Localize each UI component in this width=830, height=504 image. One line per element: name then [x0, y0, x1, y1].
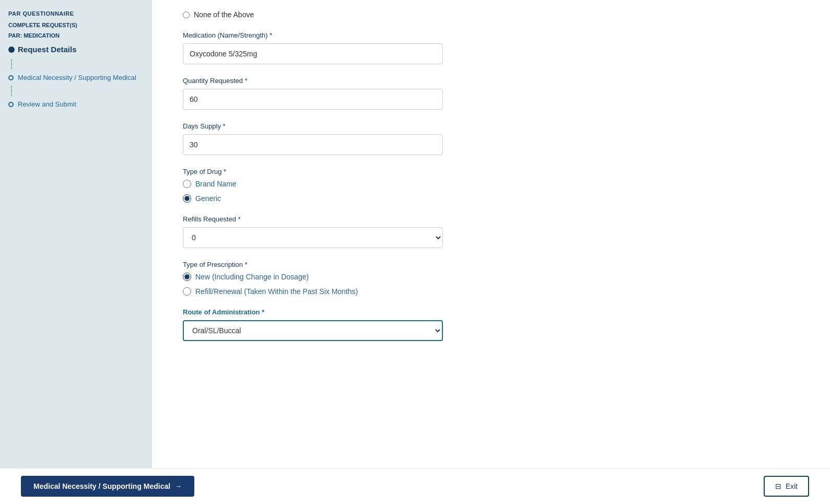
refill-prescription-option: Refill/Renewal (Taken Within the Past Si… [183, 287, 799, 296]
exit-label: Exit [786, 482, 798, 490]
sidebar-item-medical-necessity[interactable]: Medical Necessity / Supporting Medical [8, 73, 143, 83]
sidebar-par-medication: PAR: MEDICATION [8, 32, 143, 39]
generic-radio[interactable] [183, 194, 191, 203]
sidebar-dashed-line-2 [11, 86, 143, 96]
brand-name-radio[interactable] [183, 180, 191, 188]
new-prescription-option: New (Including Change in Dosage) [183, 273, 799, 281]
medication-label: Medication (Name/Strength) * [183, 31, 799, 39]
quantity-field-group: Quantity Requested * [183, 77, 799, 110]
content-area: None of the Above Medication (Name/Stren… [151, 0, 830, 468]
new-prescription-radio[interactable] [183, 273, 191, 281]
medication-input[interactable] [183, 43, 443, 64]
circle-icon-medical [8, 75, 14, 80]
sidebar-request-details: Request Details [8, 45, 143, 54]
exit-icon: ⊟ [775, 482, 781, 490]
generic-option: Generic [183, 194, 799, 203]
prescription-radio-group: New (Including Change in Dosage) Refill/… [183, 273, 799, 296]
generic-radio-label[interactable]: Generic [195, 194, 221, 203]
exit-button[interactable]: ⊟ Exit [764, 476, 809, 497]
refills-field-group: Refills Requested * 0 1 2 3 4 5 [183, 215, 799, 248]
refill-prescription-radio[interactable] [183, 287, 191, 296]
bottom-bar: Medical Necessity / Supporting Medical →… [0, 468, 830, 504]
route-select[interactable]: Oral/SL/Buccal Intravenous Intramuscular… [183, 320, 443, 341]
brand-name-option: Brand Name [183, 180, 799, 188]
type-of-drug-radio-group: Brand Name Generic [183, 180, 799, 203]
quantity-label: Quantity Requested * [183, 77, 799, 85]
days-supply-input[interactable] [183, 134, 443, 155]
days-supply-field-group: Days Supply * [183, 122, 799, 155]
sidebar-dashed-line-1 [11, 59, 143, 69]
active-dot-icon [8, 46, 15, 53]
sidebar-item-review-submit[interactable]: Review and Submit [8, 99, 143, 109]
refill-prescription-label[interactable]: Refill/Renewal (Taken Within the Past Si… [195, 287, 358, 296]
none-above-label[interactable]: None of the Above [194, 10, 254, 19]
quantity-input[interactable] [183, 89, 443, 110]
sidebar-par-questionnaire: PAR QUESTIONNAIRE [8, 10, 143, 17]
route-label: Route of Administration * [183, 308, 799, 316]
type-of-prescription-label: Type of Prescription * [183, 261, 799, 268]
days-supply-label: Days Supply * [183, 122, 799, 130]
medication-field-group: Medication (Name/Strength) * [183, 31, 799, 64]
refills-select[interactable]: 0 1 2 3 4 5 [183, 227, 443, 248]
refills-label: Refills Requested * [183, 215, 799, 223]
next-arrow-icon: → [174, 482, 182, 490]
type-of-prescription-field-group: Type of Prescription * New (Including Ch… [183, 261, 799, 296]
sidebar-complete-requests: COMPLETE REQUEST(S) [8, 22, 143, 28]
type-of-drug-field-group: Type of Drug * Brand Name Generic [183, 168, 799, 203]
circle-icon-review [8, 102, 14, 107]
form-section: None of the Above Medication (Name/Stren… [183, 10, 799, 354]
none-above-radio[interactable] [183, 11, 190, 18]
next-button-label: Medical Necessity / Supporting Medical [33, 482, 170, 490]
next-button[interactable]: Medical Necessity / Supporting Medical → [21, 476, 194, 497]
sidebar: PAR QUESTIONNAIRE COMPLETE REQUEST(S) PA… [0, 0, 151, 468]
type-of-drug-label: Type of Drug * [183, 168, 799, 175]
none-above-row: None of the Above [183, 10, 799, 19]
new-prescription-label[interactable]: New (Including Change in Dosage) [195, 273, 309, 281]
route-field-group: Route of Administration * Oral/SL/Buccal… [183, 308, 799, 341]
brand-name-radio-label[interactable]: Brand Name [195, 180, 237, 188]
